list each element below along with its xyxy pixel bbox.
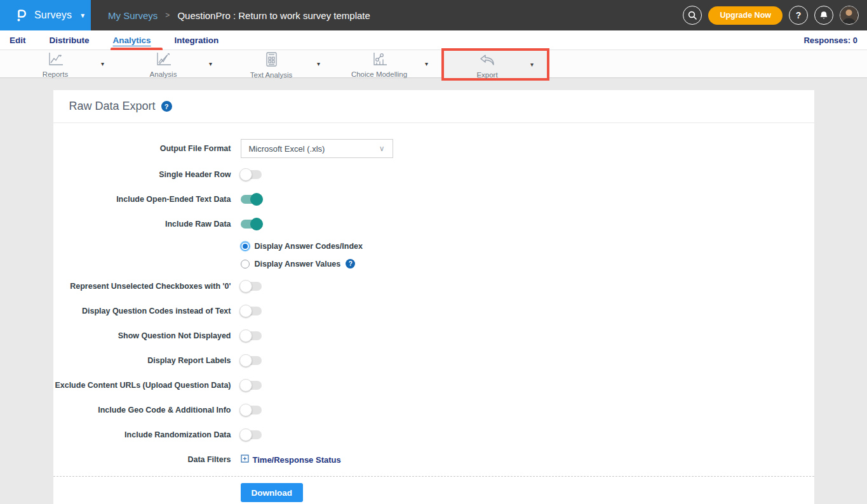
upgrade-now-button[interactable]: Upgrade Now [708, 6, 783, 25]
form-row-label: Display Question Codes instead of Text [53, 307, 231, 316]
toggle-knob [239, 168, 252, 181]
time-response-status-link[interactable]: Time/Response Status [241, 454, 341, 465]
form-row-label: Output File Format [53, 144, 231, 154]
toggle-represent-unselected-checkboxes-with-0[interactable] [241, 282, 262, 291]
chevron-down-icon: ∨ [379, 144, 385, 153]
toolbar-item-label: Analysis [150, 70, 177, 78]
toggle-include-open-ended-text-data[interactable] [241, 195, 262, 204]
toggle-show-question-not-displayed[interactable] [241, 331, 262, 340]
help-circle-icon[interactable]: ? [789, 6, 808, 25]
app-switcher[interactable]: Surveys ▼ [0, 0, 91, 30]
tab-distribute[interactable]: Distribute [50, 30, 90, 50]
radio-display-answer-values[interactable]: Display Answer Values? [241, 259, 363, 269]
export-options-form: Output File FormatMicrosoft Excel (.xls)… [53, 123, 814, 468]
plus-square-icon [241, 454, 249, 465]
toolbar-dropdown-caret[interactable]: ▾ [101, 60, 118, 67]
panel-help-icon[interactable]: ? [161, 101, 172, 112]
brand-label: Surveys [34, 10, 72, 21]
radio-label: Display Answer Values [255, 260, 341, 269]
form-row: Show Question Not Displayed [53, 328, 814, 344]
form-row: Output File FormatMicrosoft Excel (.xls)… [53, 139, 814, 158]
toggle-knob [239, 354, 252, 367]
form-row: Data FiltersTime/Response Status [53, 451, 814, 468]
toggle-single-header-row[interactable] [241, 170, 262, 179]
raw-data-export-panel: Raw Data Export ? Output File FormatMicr… [53, 90, 814, 504]
radio-button[interactable] [241, 242, 250, 251]
toolbar-dropdown-caret[interactable]: ▾ [530, 61, 547, 68]
form-row-label: Include Open-Ended Text Data [53, 195, 231, 204]
toolbar-dropdown-caret[interactable]: ▾ [425, 60, 441, 67]
toggle-knob [239, 305, 252, 317]
toolbar-item-label: Reports [43, 70, 68, 78]
export-arrow-icon [478, 53, 497, 70]
reports-chart-icon [47, 51, 64, 70]
toolbar-item-choice-modelling[interactable]: Choice Modelling▾ [333, 50, 441, 77]
radio-display-answer-codes-index[interactable]: Display Answer Codes/Index [241, 242, 363, 251]
tab-analytics[interactable]: Analytics [113, 30, 151, 50]
form-row: Include Randomization Data [53, 427, 814, 443]
survey-tabs: EditDistributeAnalyticsIntegration [10, 30, 242, 50]
form-row-label: Include Randomization Data [53, 430, 231, 440]
download-button[interactable]: Download [241, 483, 304, 502]
form-row-label: Data Filters [53, 455, 231, 465]
radio-label: Display Answer Codes/Index [255, 242, 363, 251]
form-row-label: Represent Unselected Checkboxes with '0' [53, 282, 231, 291]
toggle-display-question-codes-instead-of-text[interactable] [241, 307, 262, 315]
toggle-knob [239, 379, 252, 392]
survey-title: QuestionPro : Return to work survey temp… [177, 10, 370, 21]
radio-button[interactable] [241, 260, 250, 269]
responses-count: Responses: 0 [803, 36, 857, 45]
form-row-label: Include Raw Data [53, 220, 231, 229]
form-row-label: Exclude Content URLs (Upload Question Da… [53, 381, 231, 390]
chevron-down-icon: ▼ [79, 12, 86, 19]
search-icon[interactable] [683, 6, 702, 25]
tab-integration[interactable]: Integration [175, 30, 219, 50]
form-row: Display Answer Codes/IndexDisplay Answer… [53, 241, 814, 270]
toolbar-item-label: Export [476, 71, 497, 79]
form-row: Exclude Content URLs (Upload Question Da… [53, 377, 814, 394]
answer-display-radio-group: Display Answer Codes/IndexDisplay Answer… [241, 241, 363, 270]
form-row: Include Geo Code & Additional Info [53, 402, 814, 418]
breadcrumb: My Surveys > QuestionPro : Return to wor… [91, 0, 683, 30]
form-row-label: Display Report Labels [53, 356, 231, 366]
select-value: Microsoft Excel (.xls) [249, 144, 325, 154]
toggle-display-report-labels[interactable] [241, 356, 262, 365]
text-analysis-icon [264, 51, 279, 70]
toolbar-item-analysis[interactable]: Analysis▾ [118, 50, 225, 77]
form-row: Include Open-Ended Text Data [53, 191, 814, 208]
tab-edit[interactable]: Edit [10, 30, 26, 50]
panel-footer: Download [53, 477, 814, 504]
toggle-knob [250, 193, 263, 206]
page-content: Raw Data Export ? Output File FormatMicr… [0, 78, 867, 504]
form-row: Display Report Labels [53, 352, 814, 369]
breadcrumb-separator: > [165, 11, 170, 20]
notifications-bell-icon[interactable] [814, 6, 833, 25]
choice-modelling-icon [371, 51, 388, 70]
toggle-include-raw-data[interactable] [241, 220, 262, 229]
panel-title: Raw Data Export [69, 100, 156, 113]
analytics-toolbar: Reports▾Analysis▾Text Analysis▾Choice Mo… [0, 50, 867, 78]
topbar-actions: Upgrade Now ? [683, 0, 867, 30]
survey-tabs-row: EditDistributeAnalyticsIntegration Respo… [0, 30, 867, 50]
toolbar-item-text-analysis[interactable]: Text Analysis▾ [225, 50, 333, 77]
toggle-knob [239, 428, 252, 441]
form-row: Represent Unselected Checkboxes with '0' [53, 278, 814, 295]
toggle-knob [239, 404, 252, 416]
toolbar-item-export[interactable]: Export▾ [441, 48, 549, 81]
breadcrumb-my-surveys[interactable]: My Surveys [108, 10, 158, 21]
form-row-label: Include Geo Code & Additional Info [53, 406, 231, 415]
toggle-include-randomization-data[interactable] [241, 430, 262, 439]
toggle-include-geo-code-additional-info[interactable] [241, 406, 262, 414]
analysis-chart-icon [155, 51, 172, 70]
toolbar-dropdown-caret[interactable]: ▾ [317, 60, 333, 67]
toggle-knob [239, 329, 252, 342]
toggle-exclude-content-urls-upload-question-data[interactable] [241, 381, 262, 390]
link-label: Time/Response Status [253, 455, 341, 465]
toolbar-item-label: Text Analysis [250, 71, 292, 79]
user-avatar[interactable] [840, 6, 859, 25]
output-file-format-select[interactable]: Microsoft Excel (.xls)∨ [241, 139, 393, 158]
toolbar-item-reports[interactable]: Reports▾ [10, 50, 118, 77]
help-icon[interactable]: ? [346, 259, 355, 269]
questionpro-logo-icon [14, 8, 28, 23]
toolbar-dropdown-caret[interactable]: ▾ [209, 60, 225, 67]
